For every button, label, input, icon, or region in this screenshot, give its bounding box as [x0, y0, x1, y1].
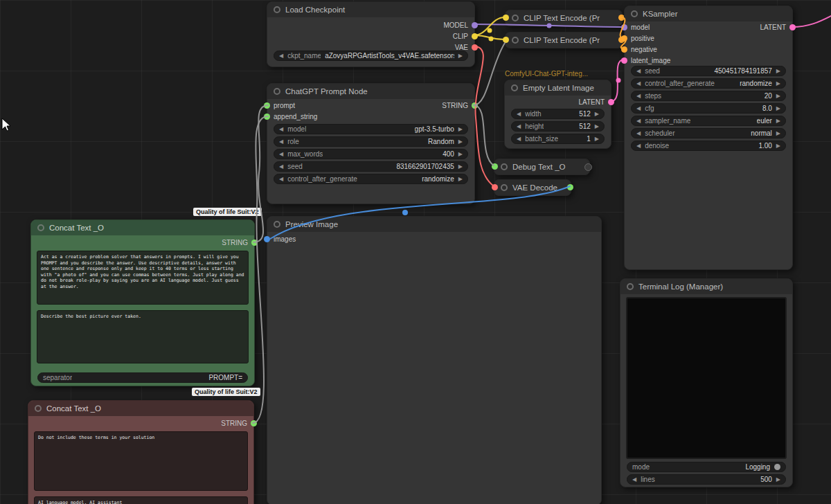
- node-titlebar[interactable]: Terminal Log (Manager): [620, 279, 792, 294]
- node-titlebar[interactable]: Preview Image: [267, 217, 601, 232]
- widget-height[interactable]: ◀ height 512 ▶: [511, 121, 605, 132]
- conditioning-slot-dot[interactable]: [621, 46, 627, 53]
- node-titlebar[interactable]: ChatGPT Prompt Node: [267, 84, 474, 99]
- next-arrow-icon[interactable]: ▶: [458, 164, 463, 170]
- collapse-toggle-icon[interactable]: [627, 283, 634, 290]
- next-arrow-icon[interactable]: ▶: [595, 124, 599, 129]
- next-arrow-icon[interactable]: ▶: [595, 111, 599, 117]
- text-input-2[interactable]: AI language model, AI assistant: [34, 496, 248, 504]
- next-arrow-icon[interactable]: ▶: [595, 136, 599, 142]
- node-titlebar[interactable]: KSampler: [625, 6, 792, 21]
- conditioning-slot-dot[interactable]: [621, 35, 627, 42]
- string-input-dot[interactable]: [492, 163, 498, 170]
- prev-arrow-icon[interactable]: ◀: [636, 81, 641, 87]
- next-arrow-icon[interactable]: ▶: [776, 118, 780, 124]
- widget-seed[interactable]: ◀ seed 450451784191857 ▶: [631, 66, 786, 76]
- next-arrow-icon[interactable]: ▶: [776, 143, 780, 149]
- image-slot-dot[interactable]: [264, 236, 270, 242]
- widget-cfg[interactable]: ◀ cfg 8.0 ▶: [631, 103, 786, 114]
- next-arrow-icon[interactable]: ▶: [458, 177, 463, 182]
- next-arrow-icon[interactable]: ▶: [458, 139, 463, 145]
- prev-arrow-icon[interactable]: ◀: [517, 136, 521, 142]
- next-arrow-icon[interactable]: ▶: [776, 477, 780, 483]
- widget-lines[interactable]: ◀ lines 500 ▶: [627, 474, 786, 485]
- clip-input-dot[interactable]: [503, 37, 509, 43]
- input-slot-positive[interactable]: positive: [621, 34, 654, 43]
- node-titlebar[interactable]: Debug Text _O: [494, 159, 589, 174]
- string-slot-dot[interactable]: [251, 420, 257, 426]
- text-input-2[interactable]: Describe the best picture ever taken.: [37, 310, 249, 363]
- input-slot-model[interactable]: model: [621, 23, 650, 32]
- widget-scheduler[interactable]: ◀ scheduler normal ▶: [631, 128, 786, 138]
- input-slot-images[interactable]: images: [264, 235, 296, 244]
- string-slot-dot[interactable]: [264, 102, 270, 109]
- output-slot-latent[interactable]: LATENT: [760, 23, 796, 32]
- collapse-toggle-icon[interactable]: [511, 84, 518, 91]
- output-slot-string[interactable]: STRING: [222, 238, 258, 247]
- node-titlebar[interactable]: Empty Latent Image: [505, 80, 611, 96]
- text-input-1[interactable]: Do not include these terms in your solut…: [34, 431, 248, 491]
- prev-arrow-icon[interactable]: ◀: [636, 131, 641, 136]
- node-titlebar[interactable]: Load Checkpoint: [267, 2, 474, 17]
- collapse-toggle-icon[interactable]: [35, 405, 42, 412]
- string-slot-dot[interactable]: [251, 240, 258, 246]
- vae-slot-dot[interactable]: [472, 44, 478, 51]
- input-slot-negative[interactable]: negative: [621, 45, 657, 54]
- next-arrow-icon[interactable]: ▶: [458, 152, 463, 157]
- prev-arrow-icon[interactable]: ◀: [636, 69, 641, 74]
- collapse-toggle-icon[interactable]: [501, 184, 508, 191]
- collapse-toggle-icon[interactable]: [274, 6, 280, 13]
- widget-role[interactable]: ◀ role Random ▶: [274, 136, 468, 147]
- clip-input-dot[interactable]: [503, 15, 509, 21]
- next-arrow-icon[interactable]: ▶: [776, 69, 780, 74]
- collapse-toggle-icon[interactable]: [631, 10, 638, 17]
- prev-arrow-icon[interactable]: ◀: [517, 111, 521, 117]
- prev-arrow-icon[interactable]: ◀: [279, 139, 283, 145]
- widget-sampler-name[interactable]: ◀ sampler_name euler ▶: [631, 116, 786, 126]
- input-slot-append-string[interactable]: append_string: [264, 112, 317, 121]
- collapse-toggle-icon[interactable]: [37, 224, 44, 231]
- output-slot-latent[interactable]: LATENT: [578, 98, 614, 107]
- next-arrow-icon[interactable]: ▶: [776, 93, 780, 99]
- prev-arrow-icon[interactable]: ◀: [636, 93, 641, 99]
- node-titlebar[interactable]: VAE Decode: [494, 180, 571, 195]
- prev-arrow-icon[interactable]: ◀: [636, 143, 641, 149]
- widget-mode[interactable]: mode Logging: [627, 462, 786, 472]
- input-slot-latent-image[interactable]: latent_image: [621, 56, 670, 65]
- prev-arrow-icon[interactable]: ◀: [279, 164, 283, 170]
- widget-control-after-generate[interactable]: ◀ control_after_generate randomize ▶: [631, 78, 786, 89]
- latent-slot-dot[interactable]: [608, 99, 614, 105]
- text-input-1[interactable]: Act as a creative problem solver that an…: [37, 251, 249, 305]
- node-titlebar[interactable]: CLIP Text Encode (Pr: [506, 33, 622, 48]
- output-dot[interactable]: [584, 163, 592, 171]
- model-slot-dot[interactable]: [472, 22, 478, 28]
- collapse-toggle-icon[interactable]: [501, 163, 508, 170]
- prev-arrow-icon[interactable]: ◀: [636, 118, 641, 124]
- widget-steps[interactable]: ◀ steps 20 ▶: [631, 91, 786, 101]
- string-slot-dot[interactable]: [472, 102, 478, 109]
- widget-denoise[interactable]: ◀ denoise 1.00 ▶: [631, 141, 786, 151]
- string-slot-dot[interactable]: [264, 114, 270, 120]
- widget-width[interactable]: ◀ width 512 ▶: [511, 109, 605, 119]
- output-slot-clip[interactable]: CLIP: [453, 32, 478, 41]
- toggle-icon[interactable]: [774, 464, 780, 470]
- widget-seed[interactable]: ◀ seed 831662901702435 ▶: [274, 161, 468, 172]
- vae-input-dot[interactable]: [492, 184, 498, 190]
- prev-arrow-icon[interactable]: ◀: [636, 106, 641, 111]
- widget-batch-size[interactable]: ◀ batch_size 1 ▶: [511, 134, 605, 144]
- prev-arrow-icon[interactable]: ◀: [632, 477, 636, 483]
- widget-model[interactable]: ◀ model gpt-3.5-turbo ▶: [274, 124, 468, 134]
- latent-slot-dot[interactable]: [621, 57, 627, 64]
- next-arrow-icon[interactable]: ▶: [776, 106, 780, 111]
- image-output-dot[interactable]: [567, 184, 573, 190]
- collapse-toggle-icon[interactable]: [512, 15, 519, 21]
- prev-arrow-icon[interactable]: ◀: [517, 124, 521, 129]
- next-arrow-icon[interactable]: ▶: [458, 127, 463, 132]
- prev-arrow-icon[interactable]: ◀: [279, 53, 283, 59]
- node-titlebar[interactable]: Concat Text _O: [28, 401, 253, 416]
- next-arrow-icon[interactable]: ▶: [776, 81, 780, 87]
- widget-ckpt-name[interactable]: ◀ ckpt_name aZovyaRPGArtistTools_v4VAE.s…: [274, 51, 468, 61]
- output-slot-string[interactable]: STRING: [221, 419, 257, 428]
- input-slot-prompt[interactable]: prompt: [264, 101, 295, 110]
- output-slot-string[interactable]: STRING: [442, 101, 478, 110]
